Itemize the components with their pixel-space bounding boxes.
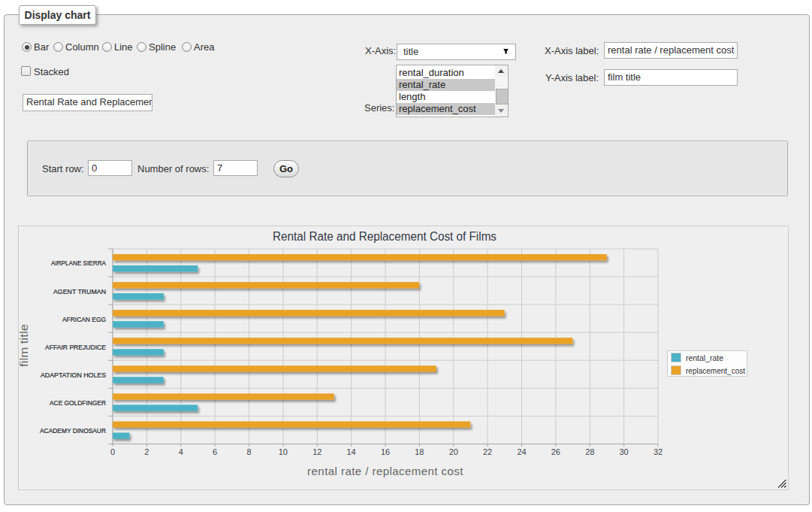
svg-text:ACE GOLDFINGER: ACE GOLDFINGER: [50, 399, 106, 407]
svg-text:AFFAIR PREJUDICE: AFFAIR PREJUDICE: [45, 344, 106, 351]
svg-text:rental_rate: rental_rate: [686, 353, 723, 362]
svg-text:Rental Rate and Replacement Co: Rental Rate and Replacement Cost of Film…: [273, 230, 497, 243]
svg-text:30: 30: [619, 447, 628, 456]
svg-text:AGENT TRUMAN: AGENT TRUMAN: [53, 288, 106, 295]
svg-text:28: 28: [585, 447, 594, 456]
svg-text:26: 26: [551, 447, 560, 456]
svg-text:14: 14: [346, 447, 355, 456]
svg-text:2: 2: [144, 447, 149, 456]
svg-text:0: 0: [110, 447, 115, 456]
svg-text:10: 10: [279, 447, 288, 456]
svg-text:20: 20: [449, 447, 458, 456]
svg-text:22: 22: [483, 447, 492, 456]
svg-text:replacement_cost: replacement_cost: [686, 366, 746, 375]
svg-text:8: 8: [246, 447, 251, 456]
svg-text:4: 4: [179, 447, 183, 456]
svg-text:16: 16: [381, 447, 390, 456]
svg-text:ADAPTATION HOLES: ADAPTATION HOLES: [41, 371, 106, 379]
svg-text:AIRPLANE SIERRA: AIRPLANE SIERRA: [51, 259, 107, 267]
svg-text:32: 32: [654, 447, 663, 456]
svg-text:rental rate / replacement cos: rental rate / replacement cost: [307, 465, 463, 477]
svg-text:24: 24: [517, 447, 526, 456]
svg-text:AFRICAN EGG: AFRICAN EGG: [62, 316, 106, 323]
svg-text:6: 6: [213, 447, 217, 456]
svg-text:film title: film title: [18, 324, 30, 367]
svg-text:18: 18: [415, 447, 424, 456]
svg-text:12: 12: [312, 447, 321, 456]
svg-text:ACADEMY DINOSAUR: ACADEMY DINOSAUR: [40, 427, 106, 435]
